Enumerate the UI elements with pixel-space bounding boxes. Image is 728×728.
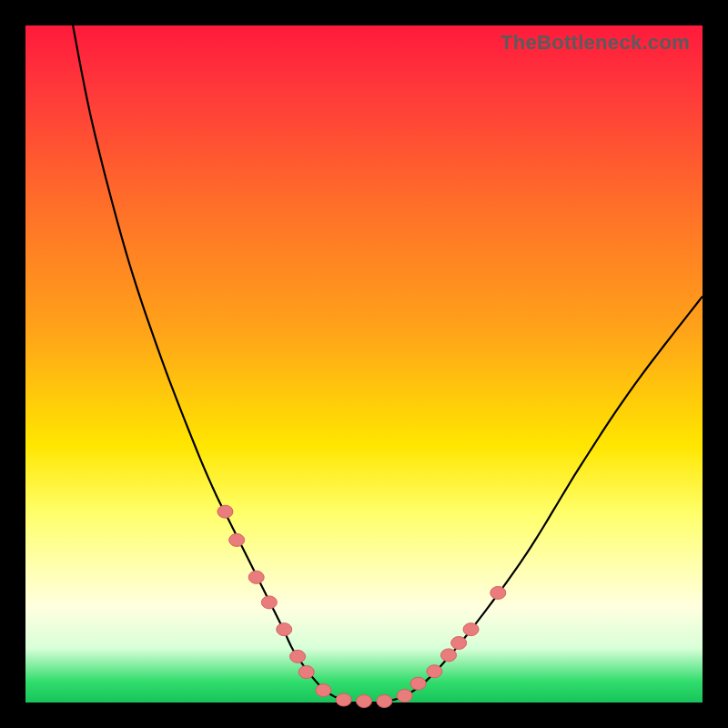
chart-svg [25, 25, 703, 703]
scatter-dot [397, 690, 412, 703]
scatter-dot [410, 677, 426, 690]
scatter-dot [290, 650, 306, 662]
scatter-dot [377, 695, 392, 708]
scatter-dot [248, 571, 264, 583]
scatter-dot [277, 623, 292, 636]
scatter-dot [217, 505, 233, 518]
scatter-dot [261, 596, 277, 609]
chart-plot-area: TheBottleneck.com [25, 25, 703, 703]
scatter-dot [463, 623, 479, 636]
scatter-dot [298, 666, 314, 679]
scatter-dot [357, 695, 372, 708]
chart-frame: TheBottleneck.com [0, 0, 728, 728]
scatter-dot [490, 586, 506, 599]
scatter-dot [451, 637, 467, 650]
bottleneck-curve [73, 25, 703, 703]
scatter-dot [427, 665, 442, 678]
scatter-dot [441, 649, 457, 662]
scatter-dot [336, 693, 351, 706]
scatter-dots-group [217, 505, 506, 707]
scatter-dot [316, 684, 331, 697]
scatter-dot [229, 533, 245, 546]
